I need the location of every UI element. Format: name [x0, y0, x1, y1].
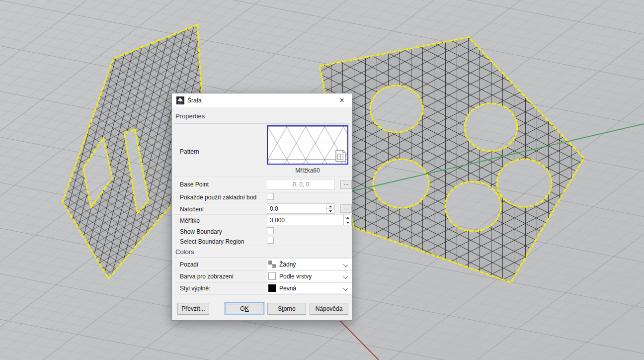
base-point-label: Base Point — [180, 181, 209, 188]
cancel-button[interactable]: Storno — [267, 303, 306, 315]
divider — [174, 258, 350, 258]
pattern-preview[interactable] — [267, 125, 348, 165]
use-base-point-checkbox[interactable] — [267, 193, 274, 200]
chevron-down-icon — [343, 274, 348, 279]
rotation-spinner — [326, 203, 334, 214]
show-boundary-label: Show Boundary — [180, 228, 222, 235]
divider — [174, 294, 350, 295]
fill-style-label: Styl výplně: — [180, 285, 210, 292]
pattern-label: Pattern — [180, 148, 199, 155]
dialog-title: Šrafa — [187, 97, 202, 104]
divider — [174, 226, 350, 226]
spinner-down-icon[interactable] — [326, 208, 334, 213]
scale-input[interactable]: 3.000 — [267, 215, 344, 225]
show-boundary-checkbox[interactable] — [267, 227, 274, 234]
select-boundary-region-checkbox[interactable] — [267, 237, 274, 244]
rotation-pick-button[interactable]: ... — [340, 204, 352, 213]
background-color-label: Pozadí — [180, 261, 198, 268]
divider — [174, 246, 350, 246]
divider — [174, 202, 350, 202]
close-icon[interactable]: × — [335, 94, 349, 106]
scale-spinner — [343, 215, 352, 225]
divider — [174, 123, 350, 124]
divider — [174, 177, 350, 177]
display-color-label: Barva pro zobrazení — [180, 273, 234, 280]
select-boundary-region-label: Select Boundary Region — [180, 238, 244, 245]
solid-fill-swatch — [268, 284, 276, 292]
hatch-dialog: Šrafa × Properties Pattern Mřížka60 Base… — [171, 93, 352, 321]
rotation-input[interactable]: 0.0 — [267, 203, 326, 214]
dialog-titlebar[interactable]: Šrafa × — [172, 93, 352, 107]
rhino-app: { "colors": { "viewport_bg": "#c2c3c5", … — [0, 0, 644, 360]
by-layer-color-swatch — [268, 272, 276, 280]
use-base-point-label: Pokaždé použít základní bod — [180, 194, 256, 201]
fill-style-select[interactable]: Pevná — [267, 283, 352, 293]
apply-button[interactable]: Převzít... — [177, 303, 209, 315]
background-color-select[interactable]: Žádný — [267, 259, 352, 270]
divider — [174, 236, 350, 236]
pattern-file-icon — [335, 150, 346, 162]
base-point-input[interactable]: 0, 0, 0 — [267, 179, 335, 190]
spinner-up-icon[interactable] — [344, 215, 351, 220]
rotation-label: Natočení — [180, 206, 204, 213]
section-colors: Colors — [175, 248, 194, 256]
help-button[interactable]: Nápověda — [310, 303, 348, 315]
divider — [174, 192, 350, 192]
pattern-name: Mřížka60 — [267, 167, 348, 174]
display-color-select[interactable]: Podle vrstvy — [267, 271, 352, 281]
base-point-pick-button[interactable]: ... — [340, 180, 352, 189]
ok-button[interactable]: OK — [225, 302, 264, 315]
none-color-swatch — [268, 261, 276, 268]
chevron-down-icon — [343, 262, 348, 267]
hatch-dialog-icon — [176, 96, 184, 104]
section-properties: Properties — [175, 112, 205, 120]
spinner-up-icon[interactable] — [326, 204, 334, 208]
chevron-down-icon — [343, 286, 348, 291]
spinner-down-icon[interactable] — [344, 220, 351, 225]
scale-label: Měřítko — [180, 217, 200, 224]
